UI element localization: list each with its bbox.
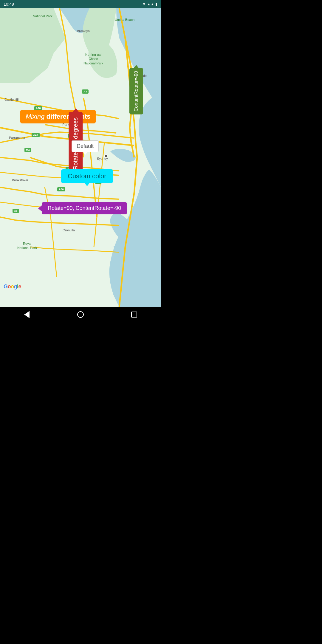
home-icon xyxy=(77,311,84,318)
signal-icon: ▲▲ xyxy=(147,2,154,6)
map-label-ku-ring-gai: Ku-ring-gaiChaseNational Park xyxy=(83,52,103,65)
marker-mixing-fonts[interactable]: Mixing different fonts xyxy=(20,110,96,123)
road-badge-a36: A36 xyxy=(57,187,65,191)
home-button[interactable] xyxy=(76,310,85,319)
road-badge-a6: A6 xyxy=(13,209,19,213)
back-icon xyxy=(24,311,30,318)
marker-custom-color[interactable]: Custom color xyxy=(61,169,113,183)
google-g: G xyxy=(4,284,8,290)
map-label-brooklyn: Brooklyn xyxy=(77,29,90,33)
map-label-umina-beach: Umina Beach xyxy=(115,18,134,21)
road-badge-m4: M4 xyxy=(24,148,31,152)
battery-icon: ▮ xyxy=(155,2,157,6)
marker-rotate90[interactable]: Rotate=90, ContentRotate=-90 xyxy=(42,202,127,214)
navigation-bar xyxy=(0,307,161,322)
google-o1: o xyxy=(8,284,11,290)
recents-icon xyxy=(131,312,137,318)
map-label-parramatta: Parramatta xyxy=(9,136,25,140)
map-container[interactable]: National Park Umina Beach Brooklyn Ku-ri… xyxy=(0,8,161,307)
road-badge-a3: A3 xyxy=(82,89,89,94)
road-badge-a40: A40 xyxy=(32,133,40,137)
map-label-royal-national-park: RoyalNational Park xyxy=(17,242,37,250)
status-icons: ▼ ▲▲ ▮ xyxy=(142,2,157,6)
content-rotate-text: ContentRotate=-90 xyxy=(134,71,139,112)
map-label-sydney: Sydney xyxy=(97,157,108,160)
recents-button[interactable] xyxy=(130,310,139,319)
marker-default[interactable]: Default xyxy=(72,140,99,152)
status-bar: 10:49 ▼ ▲▲ ▮ xyxy=(0,0,161,8)
default-text: Default xyxy=(77,143,94,149)
default-arrow xyxy=(83,152,88,155)
google-e: e xyxy=(18,284,21,290)
map-label-national-park: National Park xyxy=(33,14,52,18)
custom-color-text: Custom color xyxy=(68,172,106,180)
status-time: 10:49 xyxy=(4,2,14,7)
back-button[interactable] xyxy=(22,310,31,319)
google-o2: o xyxy=(11,284,14,290)
custom-arrow xyxy=(85,183,89,186)
marker-content-rotate[interactable]: ContentRotate=-90 xyxy=(129,68,143,114)
map-label-cronulla: Cronulla xyxy=(63,228,75,232)
google-logo: Google xyxy=(4,284,21,290)
wifi-icon: ▼ xyxy=(142,2,146,6)
map-label-castle-hill: Castle Hill xyxy=(4,98,19,101)
map-label-bankstown: Bankstown xyxy=(12,178,28,182)
mixing-italic-text: Mixing xyxy=(26,113,45,120)
rotate90-text: Rotate=90, ContentRotate=-90 xyxy=(48,205,121,211)
google-g2: g xyxy=(14,284,17,290)
